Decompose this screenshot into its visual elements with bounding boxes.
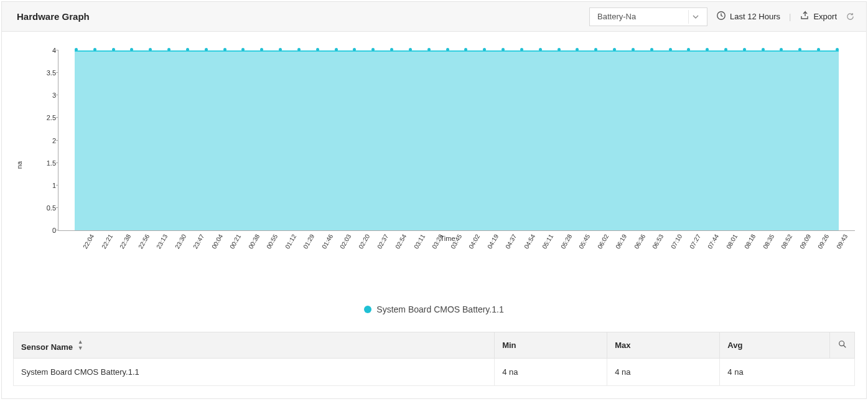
x-tick-label: 03:45 [449,247,471,259]
search-icon [838,340,847,349]
export-button[interactable]: Export [800,11,837,22]
legend-label: System Board CMOS Battery.1.1 [376,304,503,314]
col-max[interactable]: Max [607,332,720,359]
x-tick-label: 23:13 [155,247,177,259]
cell-max: 4 na [607,359,720,386]
x-tick-label: 06:02 [596,247,618,259]
stats-table: Sensor Name ▲▼ Min Max Avg System Board … [13,332,855,386]
chevron-down-icon [688,10,702,24]
x-tick-label: 03:11 [413,247,434,259]
cell-avg: 4 na [720,359,855,386]
chart-legend: System Board CMOS Battery.1.1 [13,280,855,326]
x-tick-label: 07:10 [670,247,691,259]
header-actions: Battery-Na Last 12 Hours | Export [589,7,855,26]
x-tick-label: 22:21 [100,247,122,259]
y-tick-label: 0.5 [37,204,56,212]
y-tick-label: 2.5 [37,114,56,121]
x-tick-label: 02:54 [394,247,416,259]
x-tick-label: 22:04 [82,247,103,259]
hardware-graph-panel: Hardware Graph Battery-Na Last 12 Hours … [1,1,867,399]
x-tick-label: 05:28 [559,247,581,259]
x-tick-label: 04:54 [523,247,544,259]
y-tick-label: 3.5 [37,69,56,77]
x-tick-label: 07:27 [688,247,710,259]
clock-icon [716,11,726,22]
svg-point-1 [839,341,844,346]
x-tick-label: 01:29 [302,247,324,259]
x-tick-label: 01:46 [320,247,342,259]
time-range-label: Last 12 Hours [730,12,780,21]
export-icon [800,11,810,22]
x-tick-label: 04:37 [504,247,526,259]
x-tick-label: 05:45 [577,247,599,259]
x-tick-label: 04:02 [467,247,489,259]
x-tick-label: 00:04 [210,247,232,259]
export-label: Export [813,12,837,21]
x-tick-label: 00:21 [228,247,250,259]
x-tick-label: 09:09 [798,247,820,259]
x-axis-ticks: 22:0422:2122:3822:5623:1323:3023:4700:04… [58,242,844,267]
separator: | [789,12,791,21]
y-tick-label: 3 [37,92,56,99]
y-tick-label: 1.5 [37,159,56,167]
table-row: System Board CMOS Battery.1.14 na4 na4 n… [14,359,855,386]
dropdown-value: Battery-Na [597,12,636,21]
x-tick-label: 02:37 [376,247,398,259]
sort-icon: ▲▼ [78,339,83,351]
y-tick-label: 1 [37,182,56,189]
cell-name: System Board CMOS Battery.1.1 [14,359,495,386]
x-tick-label: 03:28 [431,247,452,259]
x-tick-label: 02:20 [357,247,379,259]
y-tick-label: 2 [37,137,56,144]
x-tick-label: 05:11 [541,247,562,259]
legend-swatch [364,306,371,313]
panel-title: Hardware Graph [17,11,90,22]
x-tick-label: 08:18 [743,247,765,259]
table-search-button[interactable] [830,332,855,359]
x-tick-label: 07:44 [706,247,728,259]
series-area [75,50,839,230]
y-tick-label: 0 [37,227,56,234]
y-axis-label: na [16,161,23,169]
cell-min: 4 na [495,359,607,386]
plot-area[interactable]: 00.511.522.533.54 [58,50,855,231]
x-tick-label: 02:03 [339,247,361,259]
col-avg[interactable]: Avg [720,332,830,359]
x-tick-label: 06:36 [633,247,655,259]
x-tick-label: 06:53 [651,247,673,259]
x-tick-label: 08:35 [762,247,783,259]
x-tick-label: 09:26 [816,247,838,259]
chart-area: na 00.511.522.533.54 22:0422:2122:3822:5… [2,32,866,332]
time-range-selector[interactable]: Last 12 Hours [716,11,780,22]
x-tick-label: 23:30 [174,247,195,259]
x-tick-label: 00:55 [265,247,287,259]
x-tick-label: 08:52 [780,247,801,259]
x-tick-label: 23:47 [192,247,213,259]
x-tick-label: 00:38 [247,247,269,259]
x-tick-label: 22:38 [118,247,140,259]
refresh-button[interactable] [846,12,855,21]
x-tick-label: 04:19 [486,247,508,259]
refresh-icon [846,12,855,21]
col-min[interactable]: Min [495,332,607,359]
x-tick-label: 22:56 [137,247,159,259]
metric-dropdown[interactable]: Battery-Na [589,7,707,26]
panel-header: Hardware Graph Battery-Na Last 12 Hours … [2,2,866,32]
y-tick-label: 4 [37,47,56,54]
x-tick-label: 01:12 [284,247,306,259]
chart-container: na 00.511.522.533.54 22:0422:2122:3822:5… [13,50,855,280]
col-sensor-name[interactable]: Sensor Name ▲▼ [14,332,495,359]
x-tick-label: 09:43 [835,247,857,259]
x-tick-label: 06:19 [615,247,637,259]
x-tick-label: 08:01 [725,247,747,259]
stats-table-wrap: Sensor Name ▲▼ Min Max Avg System Board … [2,332,866,398]
